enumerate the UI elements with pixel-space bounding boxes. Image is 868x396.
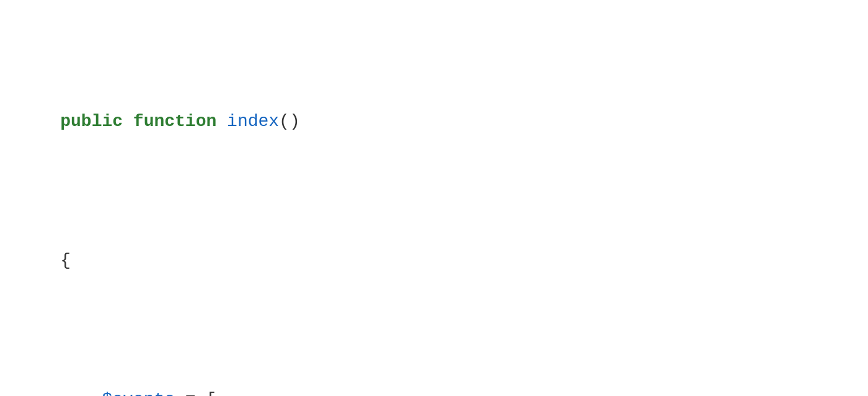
keyword-public: public [60,112,123,131]
parens: () [279,112,300,131]
func-name: index [227,112,279,131]
line-3: $events = [ [19,359,849,396]
open-brace: { [60,251,71,270]
events-var: $events [102,390,175,396]
line-1: public function index() [19,81,849,164]
line-2: { [19,220,849,303]
keyword-function: function [133,112,216,131]
code-container: public function index() { $events = [ 'L… [19,25,849,396]
